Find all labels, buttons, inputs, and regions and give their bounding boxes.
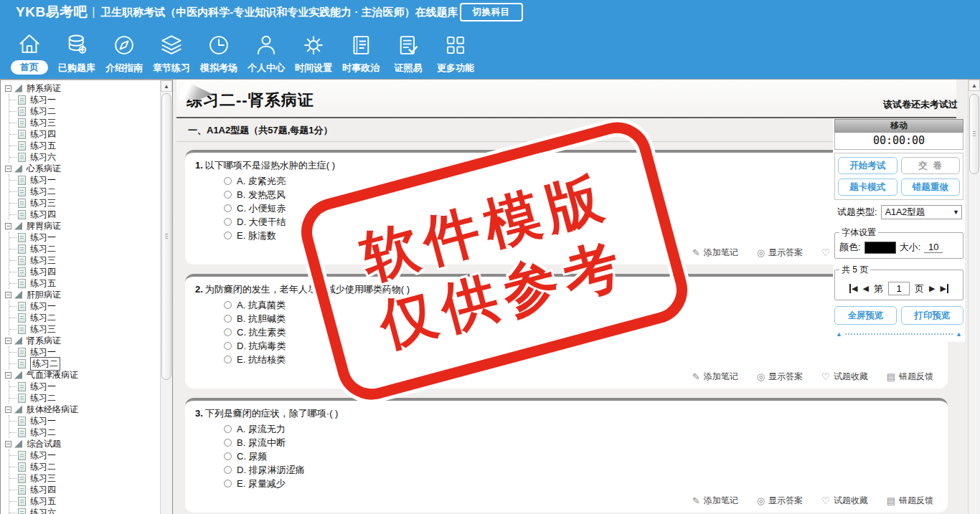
answer-option[interactable]: A. 尿流无力 (224, 422, 938, 436)
option-radio[interactable] (224, 356, 232, 363)
submit-paper-button[interactable]: 交卷 (901, 157, 961, 174)
answer-option[interactable]: E. 脉濡数 (224, 229, 938, 242)
tree-item[interactable]: 练习五 (9, 277, 160, 289)
tree-item[interactable]: 练习二 (9, 392, 160, 404)
answer-card-mode-button[interactable]: 题卡模式 (838, 179, 897, 196)
option-radio[interactable] (224, 232, 232, 239)
answer-option[interactable]: D. 排尿淋沥涩痛 (224, 463, 938, 477)
tree-item[interactable]: 练习二 (9, 105, 160, 117)
toolbar-item-home[interactable]: 首页 (6, 30, 53, 75)
tree-item[interactable]: 练习三 (9, 472, 160, 484)
option-radio[interactable] (224, 466, 232, 474)
tree-item[interactable]: 练习四 (9, 209, 160, 220)
tree-item[interactable]: 练习一 (9, 174, 160, 186)
tree-item-selected[interactable]: 练习二 (9, 358, 160, 369)
answer-option[interactable]: D. 大便干结 (224, 215, 938, 229)
option-radio[interactable] (224, 177, 232, 185)
answer-option[interactable]: C. 抗生素类 (224, 325, 938, 339)
favorite-action[interactable]: ♡试题收藏 (821, 495, 868, 507)
tree-item[interactable]: 练习六 (9, 151, 160, 163)
tree-item[interactable]: 练习六 (9, 507, 160, 514)
tree-item[interactable]: 练习四 (9, 266, 160, 277)
tree-item[interactable]: 练习五 (9, 495, 160, 507)
toolbar-item-current-affairs[interactable]: 时事政治 (337, 32, 385, 75)
toolbar-item-chapter-practice[interactable]: 章节练习 (148, 32, 195, 75)
option-radio[interactable] (224, 452, 232, 460)
add-note-action[interactable]: ✎添加笔记 (692, 247, 738, 259)
collapse-icon[interactable]: − (5, 406, 11, 413)
toolbar-item-intro-guide[interactable]: 介绍指南 (100, 32, 148, 75)
tree-item[interactable]: 练习一 (9, 415, 160, 427)
print-preview-button[interactable]: 打印预览 (901, 306, 963, 325)
page-scroll-thumb[interactable] (969, 94, 979, 174)
tree-group-3[interactable]: −脾胃病证 (4, 220, 160, 232)
font-color-swatch[interactable] (864, 242, 896, 254)
toolbar-item-purchased-bank[interactable]: 已购题库 (53, 32, 100, 75)
tree-item[interactable]: 练习二 (9, 186, 160, 197)
collapse-icon[interactable]: − (5, 292, 11, 298)
tree-item[interactable]: 练习三 (9, 117, 160, 128)
redo-wrong-button[interactable]: 错题重做 (901, 179, 961, 196)
option-radio[interactable] (224, 342, 232, 350)
collapse-icon[interactable]: − (5, 166, 11, 172)
show-answer-action[interactable]: ◎显示答案 (757, 247, 803, 259)
sidebar-scrollbar[interactable]: ▲ (160, 80, 172, 514)
option-radio[interactable] (224, 480, 232, 487)
switch-subject-button[interactable]: 切换科目 (460, 3, 523, 22)
answer-option[interactable]: E. 抗结核类 (224, 353, 938, 366)
collapse-icon[interactable]: − (5, 223, 11, 229)
tree-group-8[interactable]: −综合试题 (4, 438, 160, 449)
option-radio[interactable] (224, 328, 232, 336)
tree-item[interactable]: 练习三 (9, 197, 160, 209)
answer-option[interactable]: B. 发热恶风 (224, 188, 938, 201)
collapse-icon[interactable]: − (5, 372, 11, 379)
panel-splitter[interactable]: ▲ ▲ (834, 330, 963, 338)
scroll-up-icon[interactable]: ▲ (969, 80, 980, 91)
tree-item[interactable]: 练习一 (9, 232, 160, 243)
prev-page-icon[interactable]: ◀ (863, 284, 869, 293)
tree-group-2[interactable]: −心系病证 (4, 163, 160, 174)
answer-option[interactable]: C. 尿频 (224, 449, 938, 463)
first-page-icon[interactable]: ◀ (849, 284, 857, 293)
add-note-action[interactable]: ✎添加笔记 (692, 371, 738, 383)
answer-option[interactable]: B. 抗胆碱类 (224, 312, 938, 325)
answer-option[interactable]: E. 尿量减少 (224, 477, 938, 490)
toolbar-item-mock-exam[interactable]: 模拟考场 (195, 32, 242, 75)
collapse-icon[interactable]: − (5, 441, 11, 447)
option-radio[interactable] (224, 218, 232, 226)
feedback-action[interactable]: ▤错题反馈 (887, 371, 933, 383)
feedback-action[interactable]: ▤错题反馈 (887, 495, 933, 507)
tree-item[interactable]: 练习三 (9, 254, 160, 266)
show-answer-action[interactable]: ◎显示答案 (757, 371, 803, 383)
tree-group-7[interactable]: −肢体经络病证 (4, 404, 160, 415)
option-radio[interactable] (224, 315, 232, 323)
move-handle[interactable]: 移动 (834, 119, 963, 133)
answer-option[interactable]: C. 小便短赤 (224, 201, 938, 215)
tree-group-5[interactable]: −肾系病证 (4, 335, 160, 346)
answer-option[interactable]: B. 尿流中断 (224, 436, 938, 449)
option-radio[interactable] (224, 439, 232, 447)
tree-item[interactable]: 练习三 (9, 323, 160, 335)
toolbar-item-personal-center[interactable]: 个人中心 (242, 32, 290, 75)
option-radio[interactable] (224, 301, 232, 309)
tree-item[interactable]: 练习二 (9, 243, 160, 254)
tree-item[interactable]: 练习二 (9, 312, 160, 323)
next-page-icon[interactable]: ▶ (929, 284, 935, 293)
toolbar-item-more-features[interactable]: 更多功能 (432, 32, 479, 75)
add-note-action[interactable]: ✎添加笔记 (692, 495, 738, 507)
question-type-select[interactable]: A1A2型题 ▼ (881, 205, 962, 219)
tree-group-6[interactable]: −气血津液病证 (4, 369, 160, 381)
tree-group-1[interactable]: −肺系病证 (4, 82, 160, 94)
page-number-input[interactable] (888, 282, 910, 295)
start-exam-button[interactable]: 开始考试 (838, 157, 897, 174)
tree-item[interactable]: 练习二 (9, 427, 160, 438)
toolbar-item-zhengzhao-yi[interactable]: 证照易 (385, 32, 432, 75)
tree-item[interactable]: 练习一 (9, 94, 160, 105)
option-radio[interactable] (224, 425, 232, 433)
fullscreen-preview-button[interactable]: 全屏预览 (834, 306, 897, 325)
tree-item[interactable]: 练习五 (9, 140, 160, 151)
page-scrollbar[interactable]: ▲ (968, 80, 980, 514)
answer-option[interactable]: D. 抗病毒类 (224, 339, 938, 353)
collapse-icon[interactable]: − (5, 85, 11, 92)
answer-option[interactable]: A. 抗真菌类 (224, 298, 938, 312)
